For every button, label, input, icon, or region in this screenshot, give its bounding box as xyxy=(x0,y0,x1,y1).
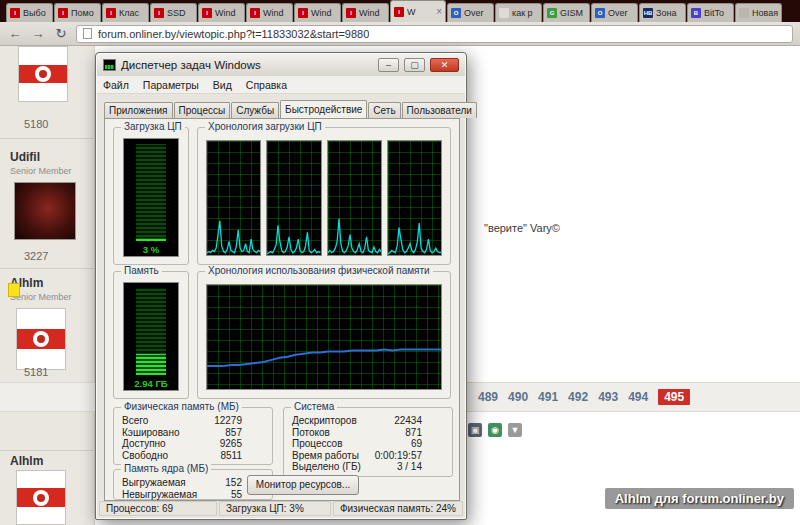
post-divider xyxy=(0,450,95,451)
tab-favicon-icon: I xyxy=(106,8,116,18)
post-quote-text: "верите" Vary© xyxy=(484,222,560,234)
back-button[interactable]: ← xyxy=(7,27,23,40)
browser-tab[interactable]: O Over × xyxy=(447,3,494,22)
page-link[interactable]: 492 xyxy=(568,390,588,404)
browser-tab[interactable]: I Помо × xyxy=(54,3,101,22)
username[interactable]: Alhlm xyxy=(10,454,43,468)
post-divider xyxy=(0,138,95,139)
task-manager-tab[interactable]: Сеть xyxy=(368,102,400,118)
reload-button[interactable]: ↻ xyxy=(53,27,69,40)
forward-button[interactable]: → xyxy=(30,27,46,40)
watermark-text: Alhlm для forum.onliner.by xyxy=(605,488,794,509)
post-count: 5180 xyxy=(24,118,48,130)
page-link[interactable]: 493 xyxy=(598,390,618,404)
info-value: 69 xyxy=(411,438,422,450)
tab-favicon-icon: I xyxy=(394,7,404,17)
cpu-usage-value: 3 % xyxy=(124,243,178,256)
username[interactable]: Udifil xyxy=(10,150,40,164)
info-value: 55 xyxy=(231,489,242,501)
tab-close-icon[interactable]: × xyxy=(436,6,442,17)
memory-usage-label: Память xyxy=(121,265,162,276)
browser-tab[interactable]: G GISM × xyxy=(543,3,590,22)
browser-tab[interactable]: I SSD × xyxy=(150,3,197,22)
browser-tab[interactable]: как р × xyxy=(495,3,542,22)
url-bar[interactable]: forum.onliner.by/viewtopic.php?t=1183303… xyxy=(76,25,793,43)
info-row: Кэшировано 857 xyxy=(122,427,242,439)
task-manager-tab[interactable]: Быстродействие xyxy=(280,100,367,118)
post-action-icons: ▣ ◉ ▼ xyxy=(468,423,522,437)
info-label: Кэшировано xyxy=(122,427,180,439)
info-row: Выгружаемая 152 xyxy=(122,477,242,489)
screen: I Выбо × I Помо × I Клас × I SSD × xyxy=(0,0,800,525)
info-row: Доступно 9265 xyxy=(122,438,242,450)
info-label: Доступно xyxy=(122,438,166,450)
browser-tab[interactable]: I Wind × xyxy=(342,3,389,22)
tab-title: Новая вк xyxy=(752,8,778,18)
task-manager-tab[interactable]: Приложения xyxy=(104,102,173,118)
avatar xyxy=(16,470,66,525)
info-value: 152 xyxy=(225,477,242,489)
browser-tab[interactable]: Новая вк × xyxy=(735,3,782,22)
browser-tab-strip: I Выбо × I Помо × I Клас × I SSD × xyxy=(0,0,800,22)
tab-favicon-icon xyxy=(499,8,509,18)
browser-tab[interactable]: I Клас × xyxy=(102,3,149,22)
task-manager-tabs: Приложения Процессы Службы Быстродействи… xyxy=(104,100,478,118)
page-link[interactable]: 494 xyxy=(628,390,648,404)
tab-title: Wind xyxy=(311,8,337,18)
post-count: 3227 xyxy=(24,250,48,262)
maximize-button[interactable]: ▢ xyxy=(404,58,425,72)
pagination: 489 490 491 492 493 494 495 xyxy=(478,389,690,405)
task-manager-tab[interactable]: Службы xyxy=(231,102,279,118)
status-cell: Физическая память: 24% xyxy=(333,501,463,516)
tab-title: Over xyxy=(464,8,490,18)
info-row: Выделено (ГБ) 3 / 14 xyxy=(292,461,422,473)
menu-item[interactable]: Файл xyxy=(103,79,129,91)
info-label: Потоков xyxy=(292,427,330,439)
browser-tab[interactable]: I Выбо × xyxy=(6,3,53,22)
page-link[interactable]: 495 xyxy=(658,389,690,405)
cpu-usage-group: Загрузка ЦП 3 % xyxy=(113,127,189,265)
task-manager-tab[interactable]: Пользователи xyxy=(402,102,477,118)
info-label: Всего xyxy=(122,415,148,427)
browser-tab[interactable]: I Wind × xyxy=(294,3,341,22)
menu-item[interactable]: Справка xyxy=(246,79,287,91)
task-manager-titlebar[interactable]: Диспетчер задач Windows – ▢ ✕ xyxy=(97,54,465,76)
page-link[interactable]: 491 xyxy=(538,390,558,404)
info-value: 9265 xyxy=(220,438,242,450)
tab-title: Зона xyxy=(656,8,682,18)
performance-tab-page: Загрузка ЦП 3 % Хронология загрузки ЦП П… xyxy=(104,118,460,501)
browser-tab[interactable]: I Wind × xyxy=(198,3,245,22)
browser-tab[interactable]: O Over × xyxy=(591,3,638,22)
menu-item[interactable]: Параметры xyxy=(143,79,199,91)
tab-title: Over xyxy=(608,8,634,18)
browser-tab[interactable]: I Wind × xyxy=(246,3,293,22)
info-value: 12279 xyxy=(214,415,242,427)
info-row: Невыгружаемая 55 xyxy=(122,489,242,501)
info-label: Процессов xyxy=(292,438,342,450)
tab-favicon-icon: I xyxy=(58,8,68,18)
close-button[interactable]: ✕ xyxy=(430,58,459,72)
memory-usage-meter: 2.94 ГБ xyxy=(123,282,179,391)
menu-item[interactable]: Вид xyxy=(213,79,232,91)
browser-tab[interactable]: НВ Зона × xyxy=(639,3,686,22)
minimize-button[interactable]: – xyxy=(378,58,399,72)
tab-favicon-icon: B xyxy=(691,8,701,18)
post-action-icon[interactable]: ◉ xyxy=(488,423,502,437)
cpu-history-label: Хронология загрузки ЦП xyxy=(205,121,325,132)
browser-tab[interactable]: B BitTo × xyxy=(687,3,734,22)
page-link[interactable]: 490 xyxy=(508,390,528,404)
post-action-icon[interactable]: ▼ xyxy=(508,423,522,437)
info-value: 3 / 14 xyxy=(397,461,422,473)
task-manager-tab[interactable]: Процессы xyxy=(174,102,231,118)
resource-monitor-button[interactable]: Монитор ресурсов... xyxy=(247,475,359,495)
cpu-usage-meter: 3 % xyxy=(123,138,179,257)
tab-title: Wind xyxy=(359,8,385,18)
info-value: 857 xyxy=(225,427,242,439)
browser-tab[interactable]: I W × xyxy=(390,0,446,22)
physical-memory-title: Физическая память (МБ) xyxy=(121,401,242,412)
kernel-memory-title: Память ядра (МБ) xyxy=(121,463,211,474)
page-link[interactable]: 489 xyxy=(478,390,498,404)
info-label: Выгружаемая xyxy=(122,477,186,489)
highlight-marker xyxy=(8,283,20,297)
post-action-icon[interactable]: ▣ xyxy=(468,423,482,437)
